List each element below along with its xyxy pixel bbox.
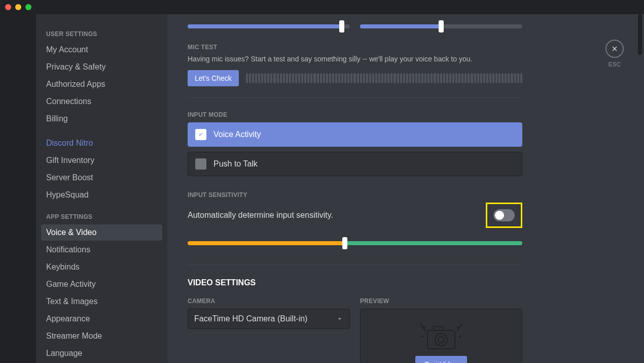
sidebar-item-billing[interactable]: Billing [41,111,162,127]
esc-label: ESC [609,61,621,68]
svg-point-5 [459,336,460,337]
preview-label: PREVIEW [360,298,522,305]
checkbox-checked-icon [195,129,206,140]
sidebar-item-voice-video[interactable]: Voice & Video [41,224,162,241]
sidebar-item-text-images[interactable]: Text & Images [41,293,162,310]
video-settings-title: VIDEO SETTINGS [188,278,522,287]
mic-test-label: MIC TEST [188,44,522,51]
toggle-knob [495,211,504,220]
sidebar-item-my-account[interactable]: My Account [41,42,162,58]
camera-select-value: FaceTime HD Camera (Built-in) [194,314,307,323]
input-volume-slider[interactable] [188,20,350,32]
close-settings-button[interactable] [605,40,624,58]
input-mode-push-to-talk[interactable]: Push to Talk [188,152,522,176]
sidebar-item-nitro[interactable]: Discord Nitro [41,135,162,151]
content-scrollbar[interactable] [638,14,642,363]
input-sensitivity-label: INPUT SENSITIVITY [188,191,522,199]
camera-select[interactable]: FaceTime HD Camera (Built-in) [188,309,350,329]
svg-point-2 [438,337,444,343]
traffic-minimize-icon[interactable] [15,4,21,10]
svg-rect-3 [434,326,443,331]
svg-point-1 [435,334,447,346]
sidebar-item-keybinds[interactable]: Keybinds [41,259,162,275]
sidebar-item-privacy[interactable]: Privacy & Safety [41,59,162,75]
chevron-down-icon [336,315,343,322]
svg-point-6 [424,327,425,328]
mic-level-meter [246,73,522,83]
sidebar-item-language[interactable]: Language [41,345,162,361]
sidebar-item-hypesquad[interactable]: HypeSquad [41,187,162,203]
mic-test-desc: Having mic issues? Start a test and say … [188,55,522,63]
traffic-close-icon[interactable] [5,4,11,10]
camera-placeholder-icon [413,321,469,352]
sidebar-item-gift-inventory[interactable]: Gift Inventory [41,152,162,169]
lets-check-button[interactable]: Let's Check [188,70,239,86]
divider [188,265,522,265]
close-icon [611,45,619,53]
output-volume-slider[interactable] [360,20,522,32]
auto-sensitivity-toggle[interactable] [493,209,515,221]
svg-point-4 [422,336,423,337]
settings-content: MIC TEST Having mic issues? Start a test… [167,14,644,363]
divider [188,97,522,98]
sidebar-item-authorized-apps[interactable]: Authorized Apps [41,76,162,92]
input-mode-voice-activity[interactable]: Voice Activity [188,122,522,147]
voice-activity-label: Voice Activity [213,130,261,139]
push-to-talk-label: Push to Talk [213,159,258,169]
test-video-button[interactable]: Test Video [415,356,467,363]
input-mode-label: INPUT MODE [188,111,522,118]
sensitivity-slider[interactable] [188,237,522,249]
sidebar-header-app: APP SETTINGS [41,211,162,224]
server-gutter [0,14,36,363]
sidebar-item-connections[interactable]: Connections [41,93,162,110]
highlight-box [486,203,522,228]
settings-sidebar: USER SETTINGS My Account Privacy & Safet… [36,14,167,363]
sidebar-item-appearance[interactable]: Appearance [41,311,162,327]
sidebar-item-game-activity[interactable]: Game Activity [41,276,162,292]
sidebar-header-user: USER SETTINGS [41,28,162,42]
sidebar-item-notifications[interactable]: Notifications [41,242,162,258]
sidebar-item-server-boost[interactable]: Server Boost [41,170,162,186]
camera-label: CAMERA [188,298,350,305]
video-preview: Test Video [360,309,522,363]
traffic-zoom-icon[interactable] [25,4,31,10]
scrollbar-thumb[interactable] [638,14,642,55]
window-titlebar [0,0,644,14]
checkbox-unchecked-icon [195,158,206,170]
auto-sensitivity-label: Automatically determine input sensitivit… [188,211,333,220]
svg-point-7 [457,327,458,328]
sidebar-item-streamer-mode[interactable]: Streamer Mode [41,328,162,344]
